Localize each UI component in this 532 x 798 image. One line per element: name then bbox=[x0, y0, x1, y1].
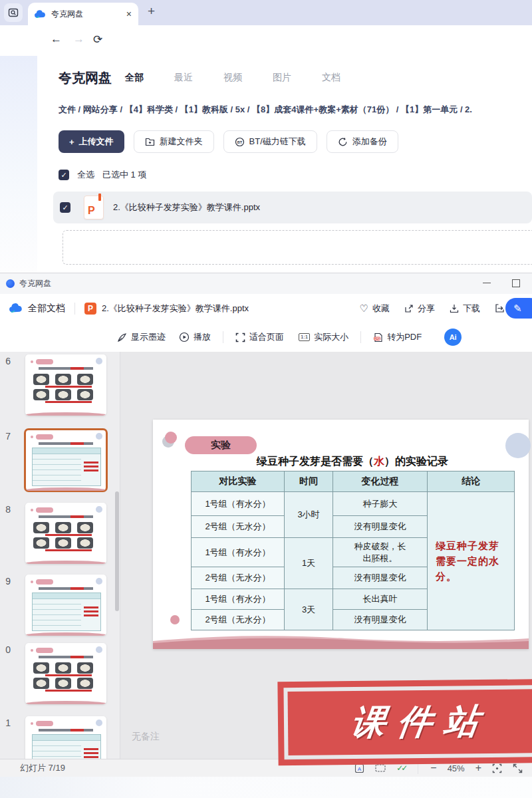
upload-file-button[interactable]: + 上传文件 bbox=[59, 130, 124, 153]
bt-magnet-download-button[interactable]: BT BT/磁力链下载 bbox=[223, 130, 317, 153]
actual-size-button[interactable]: 1:1 实际大小 bbox=[299, 331, 348, 343]
table-cell: 没有明显变化 bbox=[333, 610, 428, 630]
edit-button[interactable]: ✎ bbox=[505, 298, 532, 319]
thumbnail-card[interactable] bbox=[25, 503, 106, 564]
fullscreen-icon[interactable] bbox=[513, 763, 523, 773]
watermark-stamp: 课件站 bbox=[277, 679, 532, 765]
conclusion-cell: 绿豆种子发芽需要一定的水分。 bbox=[428, 492, 515, 630]
convert-pdf-button[interactable]: PDF 转为PDF bbox=[373, 331, 422, 343]
tab-close-icon[interactable]: × bbox=[126, 9, 132, 19]
table-cell: 1号组（有水分） bbox=[192, 492, 285, 516]
app-logo-icon bbox=[6, 279, 15, 288]
breadcrumb[interactable]: 文件 / 网站分享 / 【4】科学类 / 【1】教科版 / 5x / 【8】成套… bbox=[59, 104, 528, 116]
slide-deco-dot bbox=[170, 615, 180, 624]
pptx-file-icon: P bbox=[84, 196, 104, 219]
select-all-checkbox[interactable]: ✓ bbox=[59, 170, 69, 180]
share-button[interactable]: 分享 bbox=[404, 303, 435, 315]
thumbnail-card[interactable] bbox=[25, 430, 106, 491]
workspace-button[interactable] bbox=[4, 3, 23, 22]
focus-frame-icon[interactable] bbox=[492, 763, 502, 773]
table-cell: 3小时 bbox=[285, 492, 333, 538]
pptx-bookmark bbox=[98, 194, 101, 201]
thumbnail-number: 0 bbox=[0, 644, 11, 655]
reload-icon[interactable]: ⟳ bbox=[93, 33, 102, 47]
window-title: 夸克网盘 bbox=[19, 278, 51, 289]
download-button[interactable]: 下载 bbox=[450, 303, 480, 315]
new-folder-button[interactable]: 新建文件夹 bbox=[134, 130, 214, 153]
thumbnail-number: 7 bbox=[0, 431, 11, 442]
thumbnail-card[interactable] bbox=[25, 716, 106, 759]
file-row[interactable]: ✓ P 2.《比较种子发芽实验》教学课件.pptx bbox=[53, 192, 532, 223]
main-slide: 实验 绿豆种子发芽是否需要（水）的实验记录 对比实验 时间 变化过程 结论 1号… bbox=[153, 420, 529, 649]
tab-recent[interactable]: 最近 bbox=[174, 72, 193, 84]
all-docs-link[interactable]: 全部文档 bbox=[28, 303, 65, 315]
keyboard-icon[interactable] bbox=[375, 764, 386, 772]
pen-icon: ✎ bbox=[513, 303, 522, 315]
window-maximize-button[interactable] bbox=[512, 279, 520, 287]
folder-plus-icon bbox=[145, 138, 155, 146]
bt-download-label: BT/磁力链下载 bbox=[249, 136, 306, 148]
notes-placeholder[interactable]: 无备注 bbox=[132, 731, 160, 743]
quark-cloud-favicon bbox=[35, 10, 46, 19]
drive-brand-title: 夸克网盘 bbox=[59, 69, 112, 87]
ai-assistant-button[interactable]: Ai bbox=[444, 329, 462, 346]
browser-navbar: ← → ⟳ bbox=[0, 25, 532, 56]
spellcheck-icon[interactable]: ✓✓ bbox=[396, 763, 406, 773]
thumbnail-card[interactable] bbox=[25, 643, 106, 704]
viewer-toolbar: 全部文档 P 2.《比较种子发芽实验》教学课件.pptx ♡ 收藏 分享 bbox=[0, 294, 532, 323]
tab-all[interactable]: 全部 bbox=[125, 72, 144, 84]
play-icon bbox=[179, 332, 190, 342]
slide-bottom-wave bbox=[153, 629, 529, 649]
svg-text:PDF: PDF bbox=[375, 337, 380, 340]
table-cell: 1号组（有水分） bbox=[192, 589, 285, 610]
table-cell: 2号组（无水分） bbox=[192, 567, 285, 589]
file-checkbox[interactable]: ✓ bbox=[60, 202, 70, 213]
slide-thumbnail-9[interactable]: 9 bbox=[0, 575, 120, 638]
play-label: 播放 bbox=[194, 331, 211, 343]
slide-thumbnail-6[interactable]: 6 bbox=[0, 354, 120, 418]
file-name[interactable]: 2.《比较种子发芽实验》教学课件.pptx bbox=[113, 201, 260, 213]
col-header: 对比实验 bbox=[192, 471, 285, 492]
window-minimize-button[interactable] bbox=[483, 283, 491, 283]
browser-tab[interactable]: 夸克网盘 × bbox=[28, 3, 138, 25]
upload-file-label: 上传文件 bbox=[79, 136, 114, 148]
window-title-bar[interactable]: 夸克网盘 bbox=[0, 273, 532, 294]
viewer-toolbar-actions: ♡ 收藏 分享 下载 bbox=[360, 303, 529, 315]
action-buttons-row: + 上传文件 新建文件夹 BT BT/磁力链下载 bbox=[59, 130, 398, 153]
table-cell: 2号组（无水分） bbox=[192, 516, 285, 538]
drive-tabs: 全部 最近 视频 图片 文档 bbox=[125, 72, 340, 84]
show-ink-toggle[interactable]: 显示墨迹 bbox=[117, 331, 166, 343]
slide-thumbnail-7[interactable]: 7 bbox=[0, 430, 120, 493]
add-backup-label: 添加备份 bbox=[352, 136, 387, 148]
tab-images[interactable]: 图片 bbox=[273, 72, 291, 84]
tab-title: 夸克网盘 bbox=[51, 9, 126, 20]
zoom-in-icon[interactable]: + bbox=[475, 762, 481, 774]
tab-docs[interactable]: 文档 bbox=[322, 72, 340, 84]
add-backup-button[interactable]: 添加备份 bbox=[327, 130, 398, 153]
table-cell: 3天 bbox=[285, 589, 333, 630]
new-tab-button[interactable]: + bbox=[148, 4, 155, 19]
thumbnail-panel: 678901 bbox=[0, 352, 120, 759]
slide-section-badge: 实验 bbox=[185, 436, 257, 454]
thumbnail-card[interactable] bbox=[25, 354, 106, 416]
share-icon bbox=[404, 304, 414, 313]
quark-cloud-icon bbox=[9, 303, 23, 313]
viewer-file-name: 2.《比较种子发芽实验》教学课件.pptx bbox=[102, 303, 249, 315]
slide-thumbnail-0[interactable]: 0 bbox=[0, 643, 120, 707]
thumbnail-number: 6 bbox=[0, 356, 11, 366]
pdf-icon: PDF bbox=[373, 332, 383, 342]
zoom-level[interactable]: 45% bbox=[448, 763, 465, 773]
select-all-label[interactable]: 全选 bbox=[77, 169, 94, 181]
save-to-drive-button[interactable] bbox=[495, 303, 505, 313]
slide-thumbnail-8[interactable]: 8 bbox=[0, 503, 120, 567]
forward-icon[interactable]: → bbox=[73, 33, 84, 46]
play-button[interactable]: 播放 bbox=[179, 331, 211, 343]
tab-videos[interactable]: 视频 bbox=[223, 72, 242, 84]
back-icon[interactable]: ← bbox=[51, 33, 62, 46]
thumbnail-card[interactable] bbox=[25, 575, 106, 636]
table-cell: 长出真叶 bbox=[333, 589, 428, 610]
slide-thumbnail-1[interactable]: 1 bbox=[0, 716, 120, 759]
fit-page-button[interactable]: 适合页面 bbox=[235, 331, 284, 343]
favorite-button[interactable]: ♡ 收藏 bbox=[360, 303, 390, 315]
download-label: 下载 bbox=[463, 303, 480, 315]
